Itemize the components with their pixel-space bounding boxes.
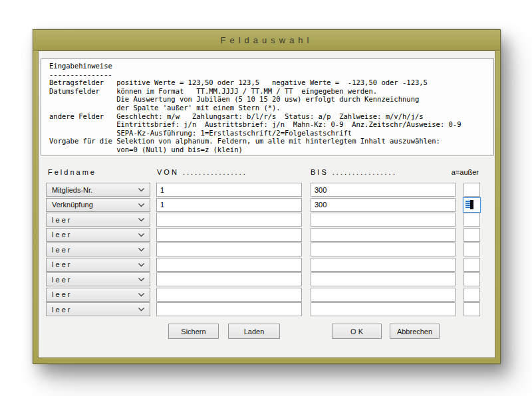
bis-input[interactable]: [311, 198, 456, 212]
hint-line: Die Auswertung von Jubiläen (5 10 15 20 …: [49, 95, 491, 104]
ausser-input-focused[interactable]: [463, 197, 481, 213]
von-input[interactable]: [156, 198, 302, 212]
table-row: l e e r: [46, 272, 488, 286]
von-input[interactable]: [156, 272, 302, 286]
hint-line: Eingabehinweise: [49, 62, 491, 70]
ok-button[interactable]: O K: [332, 324, 382, 339]
title-bar: Feldauswahl: [33, 30, 500, 50]
field-dropdown[interactable]: Mitglieds-Nr.: [46, 183, 150, 197]
laden-button[interactable]: Laden: [228, 324, 280, 339]
field-dropdown-value: l e e r: [52, 216, 138, 224]
hint-line: SEPA-Kz-Ausführung: 1=Erstlastschrift/2=…: [49, 129, 491, 138]
field-dropdown-value: l e e r: [52, 290, 138, 298]
sichern-button[interactable]: Sichern: [168, 324, 219, 339]
field-dropdown[interactable]: l e e r: [46, 228, 150, 242]
ausser-input[interactable]: [464, 213, 480, 227]
von-input[interactable]: [156, 243, 302, 256]
chevron-down-icon: [138, 307, 145, 312]
chevron-down-icon: [138, 217, 145, 222]
hint-line: Eintrittsbrief: j/n Austrittsbrief: j/n …: [49, 120, 491, 129]
von-input[interactable]: [156, 258, 302, 272]
chevron-down-icon: [138, 203, 145, 207]
hint-line: Vorgabe für die Selektion von alphanum. …: [49, 137, 491, 146]
bis-input[interactable]: [311, 302, 456, 316]
chevron-down-icon: [138, 277, 145, 282]
hint-line: der Spalte 'außer' mit einem Stern (*).: [49, 104, 491, 112]
field-dropdown[interactable]: Verknüpfung: [46, 198, 150, 212]
hint-line: Betragsfelder positive Werte = 123,50 od…: [49, 78, 491, 87]
field-dropdown[interactable]: l e e r: [46, 258, 150, 272]
dialog-title: Feldauswahl: [221, 35, 313, 45]
table-row: l e e r: [46, 258, 488, 272]
field-dropdown-value: l e e r: [52, 246, 138, 254]
ausser-input[interactable]: [464, 183, 480, 197]
von-input[interactable]: [156, 228, 302, 242]
bis-input[interactable]: [311, 272, 456, 286]
feldname-column-header: Feldname: [48, 168, 96, 177]
von-column-header: VON ................: [157, 168, 247, 177]
chevron-down-icon: [138, 262, 145, 267]
ausser-input[interactable]: [464, 228, 480, 242]
table-row: l e e r: [46, 213, 488, 227]
bis-input[interactable]: [311, 288, 456, 302]
bis-input[interactable]: [311, 228, 456, 242]
field-rows: Mitglieds-Nr. Verknüpfung: [46, 183, 488, 318]
text-selection: [466, 201, 470, 209]
field-dropdown-value: l e e r: [52, 260, 138, 268]
bis-input[interactable]: [311, 213, 456, 227]
bis-input[interactable]: [311, 258, 456, 272]
text-caret: [470, 200, 473, 209]
field-dropdown-value: Verknüpfung: [52, 201, 138, 209]
field-dropdown-value: l e e r: [52, 231, 138, 239]
bis-input[interactable]: [311, 183, 456, 197]
von-input[interactable]: [156, 288, 302, 302]
dialog-content: Eingabehinweise --------------- Betragsf…: [38, 50, 495, 358]
hint-line: ---------------: [49, 70, 491, 79]
field-dropdown-value: Mitglieds-Nr.: [52, 186, 138, 194]
field-dropdown[interactable]: l e e r: [46, 243, 150, 256]
ausser-input[interactable]: [464, 258, 480, 272]
field-dropdown[interactable]: l e e r: [46, 213, 150, 227]
field-dropdown-value: l e e r: [52, 306, 138, 314]
table-row: Mitglieds-Nr.: [46, 183, 488, 197]
feldauswahl-dialog: Feldauswahl Eingabehinweise ------------…: [33, 29, 501, 364]
hint-line: andere Felder Geschlecht: m/w Zahlungsar…: [49, 112, 491, 121]
table-row: l e e r: [46, 243, 488, 256]
bis-input[interactable]: [311, 243, 456, 256]
chevron-down-icon: [138, 247, 145, 252]
ausser-input[interactable]: [464, 288, 480, 302]
ausser-column-header: a=außer: [452, 168, 479, 177]
table-row: l e e r: [46, 228, 488, 242]
bis-column-header: BIS ................: [311, 168, 397, 177]
ausser-input[interactable]: [464, 243, 480, 256]
field-dropdown[interactable]: l e e r: [46, 302, 150, 316]
table-row: l e e r: [46, 288, 488, 302]
field-dropdown[interactable]: l e e r: [46, 272, 150, 286]
von-input[interactable]: [156, 183, 302, 197]
ausser-input[interactable]: [464, 272, 480, 286]
field-dropdown[interactable]: l e e r: [46, 288, 150, 302]
abbrechen-button[interactable]: Abbrechen: [390, 324, 440, 339]
hint-line: von=0 (Null) und bis=z (klein): [49, 146, 491, 154]
ausser-input[interactable]: [464, 302, 480, 316]
chevron-down-icon: [138, 292, 145, 297]
field-dropdown-value: l e e r: [52, 276, 138, 284]
von-input[interactable]: [156, 302, 302, 316]
input-hints-box: Eingabehinweise --------------- Betragsf…: [41, 58, 494, 155]
hint-line: Datumsfelder können im Format TT.MM.JJJJ…: [49, 87, 491, 96]
chevron-down-icon: [138, 187, 145, 192]
chevron-down-icon: [138, 233, 145, 237]
table-row: l e e r: [46, 302, 488, 316]
table-row: Verknüpfung: [46, 198, 488, 212]
von-input[interactable]: [156, 213, 302, 227]
